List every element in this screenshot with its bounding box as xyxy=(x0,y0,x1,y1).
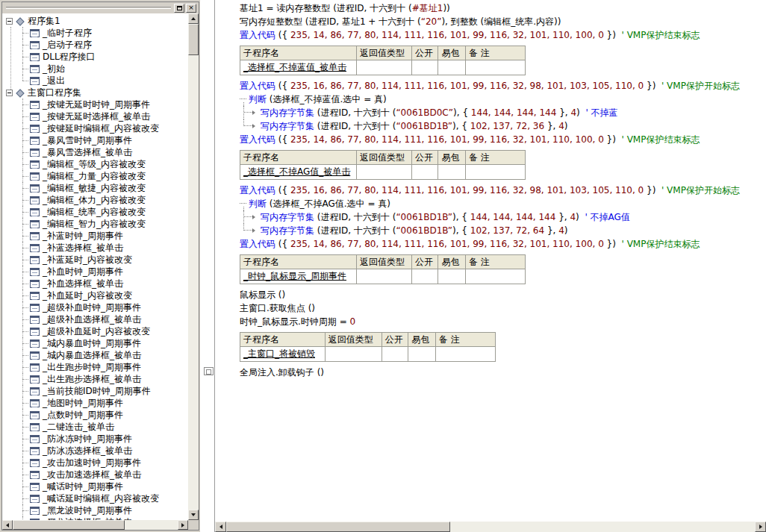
tree-item[interactable]: _按键延时编辑框_内容被改变 xyxy=(3,122,188,134)
tree-item[interactable]: _防冰冻选择框_被单击 xyxy=(3,445,188,457)
subroutine-name-cell[interactable]: _选择框_不掉AG值_被单击 xyxy=(240,165,357,180)
table-cell[interactable] xyxy=(438,269,465,284)
tree-item[interactable]: _喊话延时编辑框_内容被改变 xyxy=(3,492,188,504)
table-cell[interactable] xyxy=(465,165,525,180)
tree-item[interactable]: _地图时钟_周期事件 xyxy=(3,397,188,409)
tree-item[interactable]: _编辑框_统率_内容被改变 xyxy=(3,206,188,218)
tree-item[interactable]: _点数时钟_周期事件 xyxy=(3,409,188,421)
table-cell[interactable] xyxy=(438,165,465,180)
scrollbar-thumb[interactable] xyxy=(188,24,199,55)
table-cell[interactable] xyxy=(435,347,495,362)
table-cell[interactable] xyxy=(357,269,412,284)
tree-item[interactable]: _喊话时钟_周期事件 xyxy=(3,481,188,492)
tree-item[interactable]: _退出 xyxy=(3,75,188,87)
editor-horizontal-scrollbar[interactable] xyxy=(215,522,766,532)
code-line[interactable]: 主窗口.获取焦点 () xyxy=(240,301,766,315)
table-cell[interactable] xyxy=(411,60,438,75)
subroutine-name-cell[interactable]: _选择框_不掉蓝值_被单击 xyxy=(240,60,357,75)
table-cell[interactable] xyxy=(382,347,408,362)
subroutine-name-cell[interactable]: _主窗口_将被销毁 xyxy=(240,347,326,362)
tree-item[interactable]: _临时子程序 xyxy=(3,27,188,39)
tree-item[interactable]: _超级补血选择框_被单击 xyxy=(3,313,188,325)
panel-titlebar[interactable]: × xyxy=(2,2,199,13)
tree-item[interactable]: _二键连击_被单击 xyxy=(3,421,188,433)
tree-item[interactable]: _启动子程序 xyxy=(3,39,188,51)
code-line[interactable]: 写内存字节集 (进程ID, 十六到十 (“0061BD1B”), { 102, … xyxy=(240,119,766,133)
tree-item[interactable]: _编辑框_体力_内容被改变 xyxy=(3,194,188,206)
tree-item[interactable]: _补蓝延时_内容被改变 xyxy=(3,254,188,266)
table-cell[interactable] xyxy=(465,60,525,75)
table-cell[interactable] xyxy=(438,60,465,75)
scroll-right-button[interactable] xyxy=(755,522,766,532)
tree-root-item[interactable]: 主窗口程序集 xyxy=(3,87,188,98)
tree-root-item[interactable]: 程序集1 xyxy=(3,15,188,27)
tree-item[interactable]: _编辑框_等级_内容被改变 xyxy=(3,158,188,170)
tree-item[interactable]: _暴风雪选择框_被单击 xyxy=(3,146,188,158)
code-line[interactable]: 写内存短整数型 (进程ID, 基址1 + 十六到十 (“20”), 到整数 (编… xyxy=(240,15,766,28)
code-line[interactable]: 置入代码 ({ 235, 16, 86, 77, 80, 114, 111, 1… xyxy=(240,184,766,197)
tree-item[interactable]: DLL程序接口 xyxy=(3,51,188,63)
collapse-icon[interactable] xyxy=(6,90,13,96)
code-line[interactable]: 写内存字节集 (进程ID, 十六到十 (“0061BD0C”), { 144, … xyxy=(240,106,766,119)
tree-item[interactable]: _补蓝时钟_周期事件 xyxy=(3,230,188,242)
code-line[interactable]: 置入代码 ({ 235, 14, 86, 77, 80, 114, 111, 1… xyxy=(240,237,766,251)
tree-item[interactable]: _编辑框_力量_内容被改变 xyxy=(3,170,188,182)
tree-item[interactable]: _城内暴血时钟_周期事件 xyxy=(3,337,188,349)
table-cell[interactable] xyxy=(411,165,438,180)
tree-item[interactable]: _编辑框_智力_内容被改变 xyxy=(3,218,188,230)
code-line[interactable]: 时钟_鼠标显示.时钟周期 = 0 xyxy=(240,315,766,328)
tree-item[interactable]: _黑龙波时钟_周期事件 xyxy=(3,504,188,516)
table-cell[interactable] xyxy=(357,165,412,180)
table-cell[interactable] xyxy=(325,347,382,362)
tree-item[interactable]: _攻击加速选择框_被单击 xyxy=(3,469,188,481)
scroll-left-button[interactable] xyxy=(215,522,226,532)
code-line[interactable]: 写内存字节集 (进程ID, 十六到十 (“0061BD1B”), { 144, … xyxy=(240,210,766,224)
tree-item[interactable]: _补蓝选择框_被单击 xyxy=(3,242,188,254)
tree-item[interactable]: _暴风雪时钟_周期事件 xyxy=(3,134,188,146)
code-line[interactable]: 置入代码 ({ 235, 14, 86, 77, 80, 114, 111, 1… xyxy=(240,28,766,42)
scroll-right-button[interactable] xyxy=(178,520,188,530)
code-line[interactable]: 判断 (选择框_不掉AG值.选中 = 真) xyxy=(240,197,766,210)
subroutine-name-cell[interactable]: _时钟_鼠标显示_周期事件 xyxy=(240,269,357,284)
table-cell[interactable] xyxy=(465,269,525,284)
tree-item[interactable]: _编辑框_敏捷_内容被改变 xyxy=(3,182,188,194)
code-line[interactable]: 判断 (选择框_不掉蓝值.选中 = 真) xyxy=(240,93,766,106)
grab-handle[interactable] xyxy=(6,7,171,9)
tree-item[interactable]: _防冰冻时钟_周期事件 xyxy=(3,433,188,445)
tree-horizontal-scrollbar[interactable] xyxy=(2,520,188,530)
code-line[interactable]: 写内存字节集 (进程ID, 十六到十 (“0061BD1B”), { 102, … xyxy=(240,224,766,237)
table-cell[interactable] xyxy=(411,269,438,284)
tree-item[interactable]: _超级补血延时_内容被改变 xyxy=(3,325,188,337)
tree-item[interactable]: _攻击加速时钟_周期事件 xyxy=(3,457,188,469)
tree-item[interactable]: _初始 xyxy=(3,63,188,75)
tree-item[interactable]: _超级补血时钟_周期事件 xyxy=(3,301,188,313)
code-line[interactable]: 置入代码 ({ 235, 16, 86, 77, 80, 114, 111, 1… xyxy=(240,79,766,93)
tree-item[interactable]: _按键无延时时钟_周期事件 xyxy=(3,98,188,110)
collapse-icon[interactable] xyxy=(6,18,13,25)
scroll-down-button[interactable] xyxy=(188,510,199,520)
code-line[interactable]: 基址1 = 读内存整数型 (进程ID, 十六到十 (#基址1)) xyxy=(240,1,766,15)
tree-item[interactable]: _出生跑步选择框_被单击 xyxy=(3,373,188,385)
table-cell[interactable] xyxy=(357,60,412,75)
code-line[interactable]: 置入代码 ({ 235, 14, 86, 77, 80, 114, 111, 1… xyxy=(240,133,766,146)
tree-vertical-scrollbar[interactable] xyxy=(188,13,199,520)
table-cell[interactable] xyxy=(408,347,436,362)
code-line[interactable]: 全局注入.卸载钩子 () xyxy=(240,366,766,379)
tree-item[interactable]: _出生跑步时钟_周期事件 xyxy=(3,361,188,373)
code-area[interactable]: 基址1 = 读内存整数型 (进程ID, 十六到十 (#基址1))写内存短整数型 … xyxy=(215,0,766,522)
scroll-left-button[interactable] xyxy=(2,520,13,530)
scrollbar-thumb[interactable] xyxy=(13,520,125,530)
tree-item[interactable]: _补血延时_内容被改变 xyxy=(3,290,188,301)
tree-item[interactable]: _补血时钟_周期事件 xyxy=(3,266,188,278)
scroll-up-button[interactable] xyxy=(188,13,199,24)
code-token: 235, 14, 86, 77, 80, 114, 111, 116, 101,… xyxy=(290,30,604,40)
panel-splitter[interactable] xyxy=(200,0,214,532)
scrollbar-thumb[interactable] xyxy=(226,522,450,532)
tree-item[interactable]: _城内暴血选择框_被单击 xyxy=(3,349,188,361)
code-line[interactable]: 鼠标显示 () xyxy=(240,288,766,301)
tree-item[interactable]: _补血选择框_被单击 xyxy=(3,278,188,290)
tree-item[interactable]: _按键无延时选择框_被单击 xyxy=(3,110,188,122)
restore-button[interactable] xyxy=(174,4,184,13)
close-button[interactable]: × xyxy=(186,4,196,13)
tree-item[interactable]: _当前技能ID时钟_周期事件 xyxy=(3,385,188,397)
